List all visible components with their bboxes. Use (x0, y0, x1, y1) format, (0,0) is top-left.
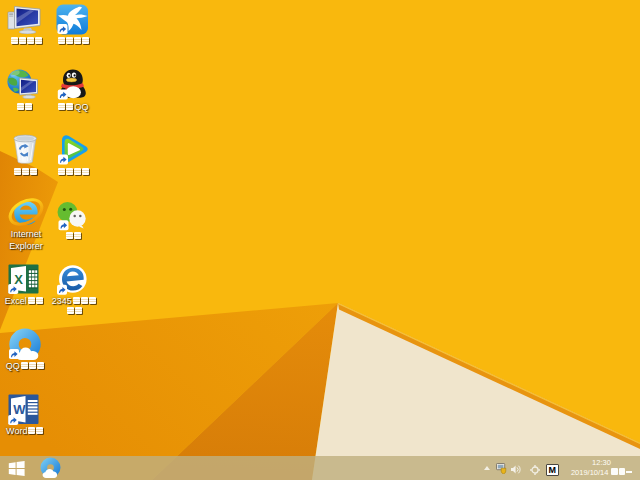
svg-text:W: W (13, 402, 26, 417)
